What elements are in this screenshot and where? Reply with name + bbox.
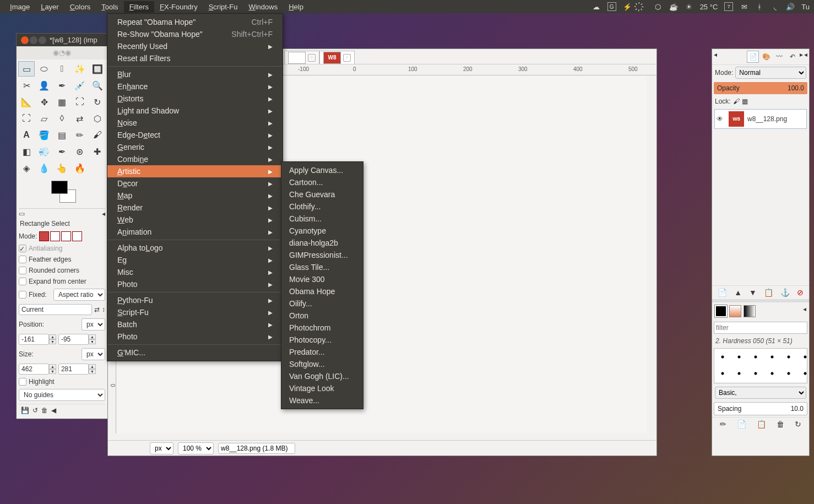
menu-item-edge-detect[interactable]: Edge-Detect▶ (107, 129, 283, 141)
gradient-bw-icon[interactable] (744, 305, 756, 317)
refresh-brush-icon[interactable]: ↻ (795, 420, 801, 429)
menu-item-web[interactable]: Web▶ (107, 214, 283, 226)
raise-layer-icon[interactable]: ▲ (734, 288, 742, 297)
menu-layer[interactable]: Layer (35, 1, 64, 13)
highlight-check[interactable] (19, 378, 26, 386)
guides-select[interactable]: No guides (19, 389, 105, 401)
menu-item-weave-[interactable]: Weave... (281, 394, 363, 407)
tab-2[interactable]: W8 × (319, 51, 355, 64)
menu-item-reset-all-filters[interactable]: Reset all Filters (107, 52, 283, 64)
sun-icon[interactable]: ☀ (685, 2, 693, 11)
duplicate-layer-icon[interactable]: 📋 (764, 288, 773, 297)
paths-tab[interactable]: 〰 (773, 51, 785, 63)
tab-1[interactable]: × (284, 51, 319, 64)
size-w-input[interactable] (19, 364, 49, 375)
undo-tab[interactable]: ↶ (786, 51, 799, 63)
size-unit-select[interactable]: px (82, 348, 105, 360)
size-h-input[interactable] (58, 364, 89, 375)
mode-replace[interactable] (39, 231, 49, 241)
new-brush-icon[interactable]: 📄 (737, 420, 746, 429)
menu-windows[interactable]: Windows (243, 1, 283, 13)
menu-item-oilify-[interactable]: Oilify... (281, 297, 363, 310)
measure-tool[interactable]: 📐 (18, 94, 35, 110)
lock-alpha-icon[interactable]: ▦ (742, 97, 748, 105)
menu-item-g-mic-[interactable]: G'MIC... (107, 346, 283, 359)
opacity-slider[interactable]: Opacity 100.0 (714, 82, 807, 94)
anchor-layer-icon[interactable]: ⚓ (780, 288, 790, 297)
crop-tool[interactable]: ⛶ (72, 94, 88, 110)
maximize-icon[interactable] (39, 36, 46, 44)
menu-item-orton[interactable]: Orton (281, 310, 363, 322)
menu-item-photocopy-[interactable]: Photocopy... (281, 334, 363, 346)
delete-icon[interactable]: 🗑 (41, 407, 48, 414)
pos-unit-select[interactable]: px (82, 318, 105, 330)
menu-item-recently-used[interactable]: Recently Used▶ (107, 40, 283, 52)
fixed-select[interactable]: Aspect ratio (53, 289, 105, 301)
expand-check[interactable] (19, 278, 26, 285)
swirl-icon[interactable]: ҉ (638, 2, 647, 11)
smudge-tool[interactable]: 👆 (53, 160, 70, 176)
menu-item-misc[interactable]: Misc▶ (107, 266, 283, 278)
save-icon[interactable]: 💾 (21, 407, 29, 414)
menu-fx-foundry[interactable]: FX-Foundry (154, 1, 203, 13)
swap-icon[interactable]: ↕ (102, 306, 105, 313)
gradient-fg-icon[interactable] (715, 305, 727, 317)
up-icon[interactable]: ▲ (49, 334, 56, 339)
foreground-tool[interactable]: 👤 (36, 78, 52, 93)
unit-select[interactable]: px (150, 442, 173, 454)
menu-icon[interactable]: ◂ (803, 305, 806, 317)
menu-item-light-and-shadow[interactable]: Light and Shadow▶ (107, 105, 283, 117)
rect-select-tool[interactable]: ▭ (18, 61, 35, 77)
perspective-tool[interactable]: ◊ (53, 111, 70, 126)
menu-item-gimpressionist-[interactable]: GIMPressionist... (281, 249, 363, 261)
clock[interactable]: Tu (801, 3, 810, 11)
up-icon[interactable]: ▲ (89, 334, 96, 339)
basic-select[interactable]: Basic, (715, 387, 806, 399)
g-icon[interactable]: G (607, 2, 616, 11)
menu-item-noise[interactable]: Noise▶ (107, 117, 283, 129)
move-tool[interactable]: ✥ (36, 94, 52, 110)
cage-tool[interactable]: ⬡ (89, 111, 106, 126)
menu-item-enhance[interactable]: Enhance▶ (107, 80, 283, 93)
heal-tool[interactable]: ✚ (89, 144, 106, 159)
airbrush-tool[interactable]: 💨 (36, 144, 52, 159)
rotate-tool[interactable]: ↻ (89, 94, 106, 110)
new-layer-icon[interactable]: 📄 (718, 288, 727, 297)
menu-item-repeat-obama-hope-[interactable]: Repeat "Obama Hope"Ctrl+F (107, 16, 283, 28)
dodge-tool[interactable]: 🔥 (72, 160, 88, 176)
menu-item-movie-300[interactable]: Movie 300 (281, 273, 363, 285)
menu-item-combine[interactable]: Combine▶ (107, 153, 283, 165)
gradient-bg-icon[interactable] (729, 305, 741, 317)
menu-icon[interactable]: ◂ (804, 51, 807, 63)
down-icon[interactable]: ▼ (49, 339, 56, 344)
menu-item-re-show-obama-hope-[interactable]: Re-Show "Obama Hope"Shift+Ctrl+F (107, 28, 283, 40)
menu-item-predator-[interactable]: Predator... (281, 346, 363, 358)
scale-tool[interactable]: ⛶ (18, 111, 35, 126)
link-icon[interactable]: ⇄ (94, 306, 100, 313)
menu-item-glass-tile-[interactable]: Glass Tile... (281, 261, 363, 273)
toolbox-titlebar[interactable]: *[w8_128] (imp (17, 34, 107, 46)
channels-tab[interactable]: 🎨 (760, 51, 772, 63)
menu-item-batch[interactable]: Batch▶ (107, 318, 283, 330)
ellipse-select-tool[interactable]: ⬭ (36, 61, 52, 77)
menu-item-render[interactable]: Render▶ (107, 202, 283, 214)
restore-icon[interactable]: ↺ (32, 407, 38, 414)
menu-item-van-gogh-lic-[interactable]: Van Gogh (LIC)... (281, 370, 363, 382)
menu-image[interactable]: Image (4, 1, 35, 13)
lower-layer-icon[interactable]: ▼ (749, 288, 757, 297)
text-tool[interactable]: A (18, 127, 35, 143)
color-select-tool[interactable]: 🔲 (89, 61, 106, 77)
rounded-check[interactable] (19, 267, 26, 274)
menu-tools[interactable]: Tools (96, 1, 123, 13)
up-icon[interactable]: ▲ (89, 364, 96, 369)
filter-input[interactable] (714, 322, 807, 334)
clone-tool[interactable]: ⊛ (72, 144, 88, 159)
menu-item-obama-hope[interactable]: Obama Hope (281, 285, 363, 297)
menu-item-script-fu[interactable]: Script-Fu▶ (107, 306, 283, 318)
edit-brush-icon[interactable]: ✏ (720, 420, 726, 429)
menu-item-python-fu[interactable]: Python-Fu▶ (107, 294, 283, 306)
bolt-icon[interactable]: ⚡ (623, 2, 632, 11)
wifi-icon[interactable]: ◟ (770, 2, 779, 11)
perspective-clone-tool[interactable]: ◈ (18, 160, 35, 176)
menu-item-decor[interactable]: Decor▶ (107, 177, 283, 189)
